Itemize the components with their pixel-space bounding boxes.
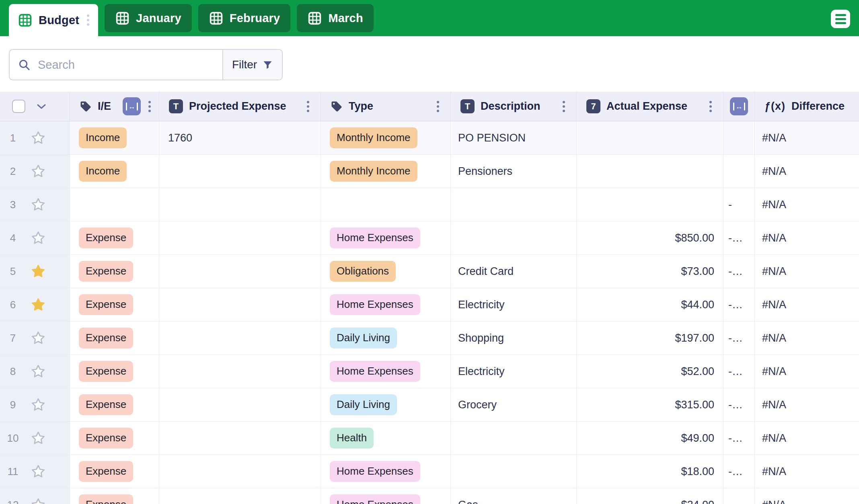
row-selector-cell[interactable]: 4 [0, 221, 70, 254]
cell-type[interactable]: Daily Living [321, 322, 451, 354]
cell-extra[interactable]: -… [723, 322, 755, 354]
cell-ie[interactable]: Expense [70, 422, 159, 455]
cell-actual-expense[interactable]: $18.00 [577, 455, 723, 488]
cell-extra[interactable]: -… [723, 455, 755, 488]
cell-description[interactable] [451, 455, 577, 488]
star-icon[interactable] [31, 197, 46, 212]
cell-extra[interactable]: -… [723, 255, 755, 288]
star-icon[interactable] [31, 497, 46, 504]
row-selector-cell[interactable]: 6 [0, 288, 70, 321]
row-selector-cell[interactable]: 8 [0, 355, 70, 388]
header-type[interactable]: Type [321, 92, 451, 121]
cell-ie[interactable]: Expense [70, 388, 159, 421]
column-menu-dots-icon[interactable] [561, 99, 567, 114]
row-selector-cell[interactable]: 7 [0, 322, 70, 354]
header-description[interactable]: T Description [451, 92, 577, 121]
cell-actual-expense[interactable]: $850.00 [577, 221, 723, 254]
cell-extra[interactable]: -… [723, 221, 755, 254]
cell-ie[interactable]: Expense [70, 288, 159, 321]
cell-type[interactable]: Health [321, 422, 451, 455]
cell-extra[interactable] [723, 155, 755, 188]
column-menu-dots-icon[interactable] [305, 99, 311, 114]
row-selector-cell[interactable]: 5 [0, 255, 70, 288]
header-projected-expense[interactable]: T Projected Expense [159, 92, 321, 121]
star-icon[interactable] [31, 230, 46, 246]
header-ie[interactable]: I/E ↔ [70, 92, 159, 121]
cell-projected-expense[interactable] [159, 221, 321, 254]
star-icon[interactable] [31, 297, 46, 312]
cell-actual-expense[interactable] [577, 188, 723, 221]
cell-ie[interactable] [70, 188, 159, 221]
cell-description[interactable]: Electricity [451, 288, 577, 321]
cell-type[interactable]: Home Expenses [321, 355, 451, 388]
cell-projected-expense[interactable] [159, 455, 321, 488]
header-difference[interactable]: ƒ(x) Difference [755, 92, 859, 121]
cell-ie[interactable]: Expense [70, 255, 159, 288]
tab-menu-dots-icon[interactable] [85, 13, 91, 27]
cell-extra[interactable] [723, 121, 755, 154]
cell-description[interactable]: Gas [451, 488, 577, 504]
cell-actual-expense[interactable] [577, 121, 723, 154]
row-selector-cell[interactable]: 9 [0, 388, 70, 421]
cell-projected-expense[interactable] [159, 388, 321, 421]
cell-projected-expense[interactable]: 1760 [159, 121, 321, 154]
cell-type[interactable]: Monthly Income [321, 155, 451, 188]
cell-description[interactable]: Electricity [451, 355, 577, 388]
star-icon[interactable] [31, 430, 46, 446]
cell-description[interactable]: Pensioners [451, 155, 577, 188]
cell-difference[interactable]: #N/A [755, 121, 859, 154]
cell-actual-expense[interactable]: $49.00 [577, 422, 723, 455]
star-icon[interactable] [31, 464, 46, 479]
tab-budget[interactable]: Budget [9, 4, 98, 36]
cell-description[interactable]: Credit Card [451, 255, 577, 288]
cell-difference[interactable]: #N/A [755, 155, 859, 188]
cell-projected-expense[interactable] [159, 355, 321, 388]
cell-projected-expense[interactable] [159, 322, 321, 354]
cell-actual-expense[interactable] [577, 155, 723, 188]
row-selector-cell[interactable]: 2 [0, 155, 70, 188]
star-icon[interactable] [31, 397, 46, 412]
cell-description[interactable] [451, 188, 577, 221]
cell-difference[interactable]: #N/A [755, 388, 859, 421]
cell-description[interactable] [451, 422, 577, 455]
cell-description[interactable]: Grocery [451, 388, 577, 421]
cell-difference[interactable]: #N/A [755, 255, 859, 288]
chevron-down-icon[interactable] [37, 104, 46, 109]
cell-ie[interactable]: Expense [70, 488, 159, 504]
cell-extra[interactable]: -… [723, 488, 755, 504]
cell-difference[interactable]: #N/A [755, 488, 859, 504]
cell-actual-expense[interactable]: $24.00 [577, 488, 723, 504]
cell-difference[interactable]: #N/A [755, 221, 859, 254]
cell-actual-expense[interactable]: $73.00 [577, 255, 723, 288]
star-icon[interactable] [31, 364, 46, 379]
cell-type[interactable]: Monthly Income [321, 121, 451, 154]
cell-type[interactable] [321, 188, 451, 221]
menu-hamburger-button[interactable] [831, 10, 850, 28]
star-icon[interactable] [31, 264, 46, 279]
cell-actual-expense[interactable]: $197.00 [577, 322, 723, 354]
cell-extra[interactable]: -… [723, 288, 755, 321]
cell-type[interactable]: Home Expenses [321, 221, 451, 254]
column-menu-dots-icon[interactable] [708, 99, 713, 114]
cell-projected-expense[interactable] [159, 488, 321, 504]
filter-button[interactable]: Filter [222, 50, 282, 80]
cell-ie[interactable]: Expense [70, 355, 159, 388]
cell-projected-expense[interactable] [159, 188, 321, 221]
cell-extra[interactable]: - [723, 188, 755, 221]
cell-ie[interactable]: Income [70, 155, 159, 188]
cell-ie[interactable]: Income [70, 121, 159, 154]
cell-extra[interactable]: -… [723, 355, 755, 388]
cell-extra[interactable]: -… [723, 388, 755, 421]
cell-description[interactable]: PO PENSION [451, 121, 577, 154]
cell-actual-expense[interactable]: $315.00 [577, 388, 723, 421]
cell-type[interactable]: Obligations [321, 255, 451, 288]
cell-difference[interactable]: #N/A [755, 188, 859, 221]
cell-ie[interactable]: Expense [70, 455, 159, 488]
cell-extra[interactable]: -… [723, 422, 755, 455]
row-selector-cell[interactable]: 12 [0, 488, 70, 504]
column-menu-dots-icon[interactable] [147, 99, 152, 114]
cell-description[interactable] [451, 221, 577, 254]
star-icon[interactable] [31, 130, 46, 145]
header-extra-column[interactable]: ↔ [723, 92, 755, 121]
cell-difference[interactable]: #N/A [755, 288, 859, 321]
